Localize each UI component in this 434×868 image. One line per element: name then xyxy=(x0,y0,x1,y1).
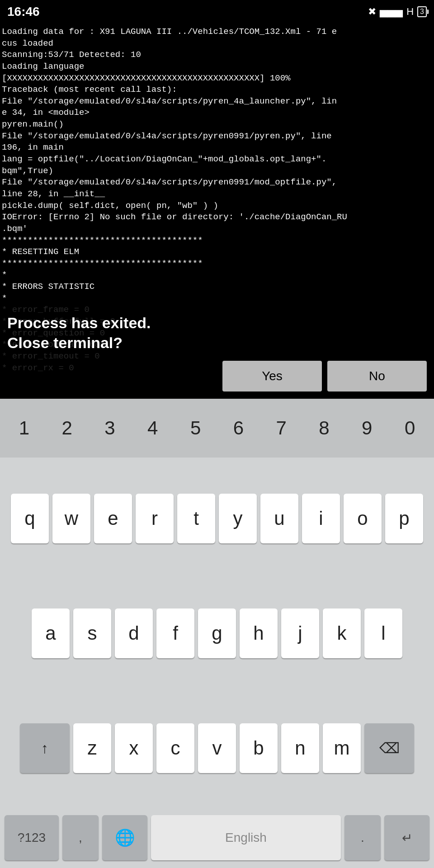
status-icons: ✖ ▅▅▅ H 3 xyxy=(368,6,427,18)
keyboard-bottom-row: ?123 , 🌐 English . ↵ xyxy=(0,809,434,868)
terminal-line: File "/storage/emulated/0/sl4a/scripts/p… xyxy=(2,96,432,108)
letter-key-z[interactable]: z xyxy=(73,723,111,773)
terminal-line: lang = optfile("../Location/DiagOnCan_"+… xyxy=(2,154,432,165)
letter-key-n[interactable]: n xyxy=(281,723,319,773)
letter-key-a[interactable]: a xyxy=(32,609,70,658)
letter-key-h[interactable]: h xyxy=(240,609,278,658)
terminal-line: pyren.main() xyxy=(2,119,432,131)
letter-key-w[interactable]: w xyxy=(52,494,90,543)
keyboard-number-row: 1234567890 xyxy=(0,399,434,458)
terminal-line: pickle.dump( self.dict, open( pn, "wb" )… xyxy=(2,200,432,212)
status-time: 16:46 xyxy=(7,5,40,19)
terminal-line: *************************************** xyxy=(2,235,432,247)
terminal-line: File "/storage/emulated/0/sl4a/scripts/p… xyxy=(2,131,432,142)
letter-key-v[interactable]: v xyxy=(198,723,236,773)
backspace-key[interactable]: ⌫ xyxy=(364,723,414,773)
keyboard-row-1: qwertyuiop xyxy=(0,492,434,545)
keyboard-row-3: ↑zxcvbnm⌫ xyxy=(0,722,434,775)
number-key-6[interactable]: 6 xyxy=(217,417,260,439)
num-key[interactable]: ?123 xyxy=(5,815,59,860)
terminal-line: cus loaded xyxy=(2,38,432,50)
terminal-line: * RESETTING ELM xyxy=(2,246,432,258)
signal-icon: ▅▅▅ xyxy=(380,6,403,18)
space-key[interactable]: English xyxy=(151,815,341,860)
network-type: H xyxy=(406,6,414,18)
number-key-1[interactable]: 1 xyxy=(3,417,46,439)
letter-key-o[interactable]: o xyxy=(344,494,382,543)
letter-key-f[interactable]: f xyxy=(156,609,194,658)
terminal-line: *************************************** xyxy=(2,258,432,270)
number-key-8[interactable]: 8 xyxy=(303,417,346,439)
number-key-2[interactable]: 2 xyxy=(46,417,89,439)
letter-key-x[interactable]: x xyxy=(115,723,153,773)
letter-key-b[interactable]: b xyxy=(240,723,278,773)
keyboard-letters: qwertyuiop asdfghjkl ↑zxcvbnm⌫ xyxy=(0,458,434,809)
globe-icon: 🌐 xyxy=(115,828,135,847)
number-key-9[interactable]: 9 xyxy=(345,417,388,439)
letter-key-m[interactable]: m xyxy=(323,723,361,773)
terminal-line: .bqm' xyxy=(2,223,432,235)
comma-key[interactable]: , xyxy=(62,815,99,860)
letter-key-l[interactable]: l xyxy=(364,609,402,658)
letter-key-y[interactable]: y xyxy=(219,494,257,543)
number-key-7[interactable]: 7 xyxy=(260,417,303,439)
number-key-0[interactable]: 0 xyxy=(388,417,431,439)
letter-key-u[interactable]: u xyxy=(260,494,298,543)
shift-key[interactable]: ↑ xyxy=(20,723,70,773)
enter-key[interactable]: ↵ xyxy=(384,815,429,860)
terminal-line: Traceback (most recent call last): xyxy=(2,84,432,96)
period-key[interactable]: . xyxy=(344,815,381,860)
letter-key-s[interactable]: s xyxy=(73,609,111,658)
letter-key-p[interactable]: p xyxy=(385,494,423,543)
terminal-line: Scanning:53/71 Detected: 10 xyxy=(2,49,432,61)
terminal: Loading data for : X91 LAGUNA III ../Veh… xyxy=(0,24,434,399)
no-button[interactable]: No xyxy=(327,361,427,392)
letter-key-q[interactable]: q xyxy=(11,494,49,543)
terminal-line: IOError: [Errno 2] No such file or direc… xyxy=(2,212,432,223)
dialog-buttons: Yes No xyxy=(7,361,427,392)
bluetooth-icon: ✖ xyxy=(368,6,376,18)
letter-key-d[interactable]: d xyxy=(115,609,153,658)
letter-key-k[interactable]: k xyxy=(323,609,361,658)
terminal-line: [XXXXXXXXXXXXXXXXXXXXXXXXXXXXXXXXXXXXXXX… xyxy=(2,73,432,85)
globe-key[interactable]: 🌐 xyxy=(102,815,147,860)
yes-button[interactable]: Yes xyxy=(222,361,322,392)
terminal-line: line 28, in __init__ xyxy=(2,189,432,200)
dialog-message: Process has exited.Close terminal? xyxy=(7,313,427,353)
number-key-3[interactable]: 3 xyxy=(89,417,132,439)
keyboard: 1234567890 qwertyuiop asdfghjkl ↑zxcvbnm… xyxy=(0,399,434,868)
terminal-line: * xyxy=(2,293,432,305)
letter-key-i[interactable]: i xyxy=(302,494,340,543)
terminal-line: 196, in main xyxy=(2,142,432,154)
letter-key-r[interactable]: r xyxy=(136,494,174,543)
terminal-line: bqm",True) xyxy=(2,165,432,177)
letter-key-j[interactable]: j xyxy=(281,609,319,658)
letter-key-g[interactable]: g xyxy=(198,609,236,658)
terminal-line: Loading data for : X91 LAGUNA III ../Veh… xyxy=(2,26,432,38)
status-bar: 16:46 ✖ ▅▅▅ H 3 xyxy=(0,0,434,24)
terminal-line: * ERRORS STATISTIC xyxy=(2,281,432,293)
number-key-4[interactable]: 4 xyxy=(131,417,174,439)
dialog-overlay: Process has exited.Close terminal? Yes N… xyxy=(0,304,434,399)
letter-key-c[interactable]: c xyxy=(156,723,194,773)
terminal-line: File "/storage/emulated/0/sl4a/scripts/p… xyxy=(2,177,432,189)
terminal-line: * xyxy=(2,269,432,281)
terminal-line: Loading language xyxy=(2,61,432,73)
letter-key-e[interactable]: e xyxy=(94,494,132,543)
terminal-line: e 34, in <module> xyxy=(2,107,432,119)
battery-icon: 3 xyxy=(417,6,427,17)
letter-key-t[interactable]: t xyxy=(177,494,215,543)
keyboard-row-2: asdfghjkl xyxy=(0,607,434,660)
number-key-5[interactable]: 5 xyxy=(174,417,217,439)
